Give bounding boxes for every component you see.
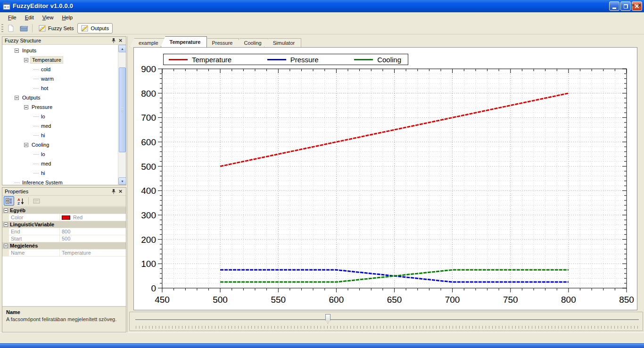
tree-item-warm[interactable]: warm — [2, 74, 118, 83]
tree-collapse-icon[interactable] — [24, 105, 28, 109]
fuzzy-sets-button[interactable]: Fuzzy Sets — [35, 23, 77, 33]
minimize-icon — [612, 8, 616, 9]
property-value[interactable]: Red — [60, 215, 126, 220]
category-label: Egyéb — [10, 207, 25, 213]
scroll-thumb[interactable] — [119, 67, 126, 152]
tree-item-label: hi — [40, 132, 47, 139]
menu-item-file[interactable]: File — [4, 13, 21, 22]
tree-item-cooling[interactable]: Cooling — [2, 140, 118, 149]
zoom-trackbar[interactable] — [129, 312, 643, 331]
property-value[interactable]: Temperature — [60, 250, 126, 256]
property-pages-button[interactable] — [31, 196, 41, 206]
tree-item-inputs[interactable]: Inputs — [2, 46, 118, 55]
tree-item-inference-system[interactable]: Inference System — [2, 178, 118, 185]
property-row-start[interactable]: Start500 — [2, 235, 126, 242]
color-swatch — [62, 215, 70, 220]
tree-collapse-icon[interactable] — [15, 49, 19, 53]
tree-connector — [33, 126, 39, 126]
properties-title: Properties — [5, 189, 110, 194]
y-tick-label: 200 — [141, 235, 156, 245]
property-value[interactable]: 800 — [60, 229, 126, 234]
legend-item-temperature: Temperature — [169, 56, 231, 64]
property-row-name[interactable]: NameTemperature — [2, 249, 126, 257]
tree-item-cold[interactable]: cold — [2, 65, 118, 74]
menu-item-edit[interactable]: Edit — [21, 13, 38, 22]
menu-item-help[interactable]: Help — [58, 13, 77, 22]
menu-bar: FileEditViewHelp — [0, 12, 644, 22]
property-category-egy-b[interactable]: Egyéb — [2, 207, 126, 214]
property-row-end[interactable]: End800 — [2, 228, 126, 235]
tab-temperature[interactable]: Temperature — [161, 36, 207, 47]
tab-cooling[interactable]: Cooling — [235, 38, 268, 47]
tree-connector — [33, 88, 39, 89]
az-sort-icon: A Z — [17, 198, 25, 205]
row-indent-strip — [2, 235, 9, 242]
restore-button[interactable] — [620, 1, 631, 11]
new-file-button[interactable] — [5, 23, 17, 33]
category-collapse-icon[interactable] — [4, 223, 8, 227]
tree-item-hi[interactable]: hi — [2, 168, 118, 178]
tree-item-med[interactable]: med — [2, 121, 118, 131]
property-value[interactable]: 500 — [60, 236, 126, 241]
toolbar-separator — [32, 24, 33, 33]
tree-item-temperature[interactable]: Temperature — [2, 55, 118, 65]
pin-button[interactable] — [110, 37, 117, 44]
tree-collapse-icon[interactable] — [24, 143, 28, 147]
legend-line-sample — [354, 59, 373, 60]
tree-connector — [33, 154, 39, 155]
property-value-text: 500 — [62, 236, 70, 241]
x-tick-label: 650 — [387, 295, 402, 305]
new-file-icon — [7, 25, 15, 32]
title-bar[interactable]: FuzzyEditor v1.0.0.0 ✕ — [0, 0, 644, 12]
tab-list-dropdown-button[interactable]: ▼ — [631, 3, 635, 8]
properties-panel: Properties × A Z — [2, 187, 126, 332]
property-label: End — [9, 228, 60, 235]
panel-close-button[interactable]: × — [117, 188, 124, 195]
tree-item-hot[interactable]: hot — [2, 83, 118, 93]
property-row-color[interactable]: ColorRed — [2, 214, 126, 221]
tab-pressure[interactable]: Pressure — [203, 38, 239, 47]
tree-item-med[interactable]: med — [2, 159, 118, 168]
tree-scrollbar[interactable]: ▲ ▼ — [118, 45, 126, 185]
arrow-down-icon: ▼ — [121, 180, 124, 183]
tree-collapse-icon[interactable] — [15, 96, 19, 100]
legend-line-sample — [267, 59, 286, 60]
trackbar-track[interactable] — [135, 319, 639, 320]
toolbar-grip[interactable] — [1, 24, 3, 33]
scroll-up-button[interactable]: ▲ — [118, 45, 126, 52]
close-icon: × — [637, 1, 641, 8]
panel-close-button[interactable]: × — [117, 37, 124, 44]
tab-simulator[interactable]: Simulator — [264, 38, 301, 47]
alphabetical-sort-button[interactable]: A Z — [16, 196, 26, 206]
tree-item-lo[interactable]: lo — [2, 149, 118, 159]
tab-close-button[interactable]: × — [637, 3, 641, 8]
tree-item-label: warm — [40, 75, 55, 82]
menu-item-view[interactable]: View — [38, 13, 58, 22]
tree-collapse-icon[interactable] — [24, 58, 28, 62]
tree-item-hi[interactable]: hi — [2, 131, 118, 140]
property-label: Color — [9, 214, 60, 221]
tree-item-pressure[interactable]: Pressure — [2, 102, 118, 112]
outputs-button[interactable]: Outputs — [77, 23, 113, 33]
panel-splitter[interactable] — [127, 36, 128, 332]
property-category-megjelen-s[interactable]: Megjelenés — [2, 242, 126, 249]
open-file-button[interactable] — [18, 23, 30, 33]
tree-item-outputs[interactable]: Outputs — [2, 93, 118, 102]
trackbar-thumb[interactable] — [325, 314, 330, 324]
minimize-button[interactable] — [609, 1, 619, 11]
categorized-button[interactable] — [4, 196, 14, 206]
tree-item-label: cold — [40, 66, 52, 73]
toolbar: Fuzzy Sets Outputs — [0, 22, 644, 34]
y-tick-label: 100 — [141, 259, 156, 269]
property-value-text: Red — [73, 215, 83, 220]
scroll-down-button[interactable]: ▼ — [118, 177, 126, 185]
y-tick-label: 0 — [151, 283, 156, 293]
property-category-linguisticvariable[interactable]: LinguisticVariable — [2, 221, 126, 228]
pin-button[interactable] — [110, 188, 117, 195]
row-indent-strip — [2, 214, 9, 221]
tab-example[interactable]: example — [130, 38, 165, 47]
restore-icon — [624, 4, 628, 8]
category-collapse-icon[interactable] — [4, 244, 8, 248]
category-collapse-icon[interactable] — [4, 208, 8, 213]
tree-item-lo[interactable]: lo — [2, 112, 118, 121]
